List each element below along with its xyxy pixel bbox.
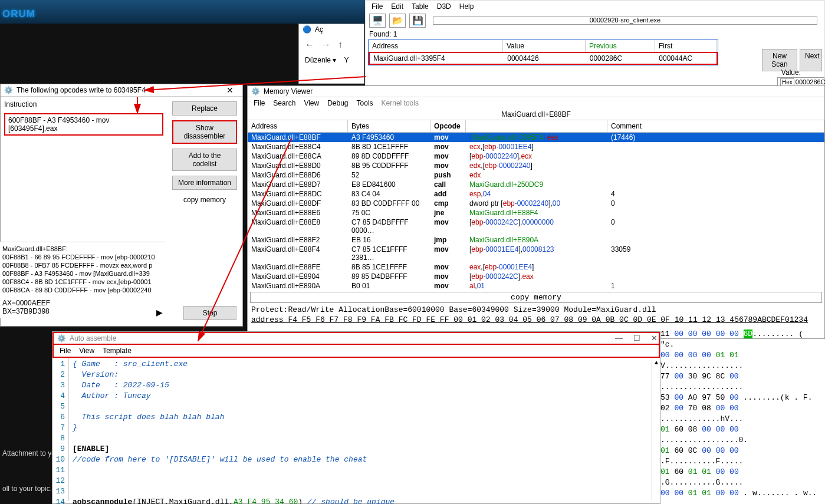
disasm-row[interactable]: MaxiGuard.dll+E88E675 0CjneMaxiGuard.dll… <box>248 208 824 218</box>
menu-file[interactable]: File <box>254 99 265 107</box>
disasm-row[interactable]: MaxiGuard.dll+E88FE8B 85 1CE1FFFFmoveax,… <box>248 262 824 272</box>
disasm-row[interactable]: MaxiGuard.dll+E88D652pushedx <box>248 170 824 180</box>
chrome-title: Aç <box>315 25 360 34</box>
replace-button[interactable]: Replace <box>172 101 237 116</box>
disasm-row[interactable]: MaxiGuard.dll+E88BFA3 F4953460mov[MaxiGu… <box>248 133 824 142</box>
memory-info: Protect:Read/Write AllocationBase=600100… <box>248 304 824 315</box>
col-bytes[interactable]: Bytes <box>348 120 430 132</box>
menu-view[interactable]: View <box>304 99 319 107</box>
menu-template[interactable]: Template <box>103 347 132 355</box>
select-process-icon[interactable]: 🖥️ <box>369 14 386 28</box>
menu-kernel[interactable]: Kernel tools <box>382 99 419 107</box>
save-icon[interactable]: 💾 <box>409 14 426 28</box>
menu-view[interactable]: View <box>79 347 94 355</box>
disasm-row[interactable]: MaxiGuard.dll+E88D7E8 ED841600callMaxiGu… <box>248 180 824 189</box>
memory-viewer-title: Memory Viewer <box>264 87 821 95</box>
disasm-row[interactable]: MaxiGuard.dll+E88D08B 95 C0DDFFFFmovedx,… <box>248 161 824 170</box>
memory-viewer-window: ⚙️ Memory Viewer File Search View Debug … <box>247 85 825 339</box>
chrome-icon: 🔵 <box>303 25 311 34</box>
disasm-row[interactable]: MaxiGuard.dll+E88DF83 BD C0DDFFFF 00cmpd… <box>248 199 824 208</box>
chevron-right-icon[interactable]: ▶ <box>156 308 163 317</box>
reg-eax: AX=0000AEEF <box>2 299 163 307</box>
col-previous[interactable]: Previous <box>586 40 655 52</box>
stop-button[interactable]: Stop <box>183 306 236 320</box>
scan-result-table: Address Value Previous First MaxiGuard.d… <box>368 39 718 65</box>
debug-dump: MaxiGuard.dll+E88BF: 00F88B1 - 66 89 95 … <box>0 242 165 318</box>
minimize-icon[interactable]: — <box>615 334 623 342</box>
menu-help[interactable]: Help <box>459 2 474 11</box>
disasm-row[interactable]: MaxiGuard.dll+E890489 85 D4DBFFFFmov[ebp… <box>248 272 824 281</box>
ce-window-icon: ⚙️ <box>4 86 13 94</box>
dump-line: 00F88CA - 89 8D C0DDFFFF - mov [ebp-0000… <box>2 286 163 294</box>
scan-result-row[interactable]: MaxiGuard.dll+3395F4 00004426 0000286C 0… <box>369 52 718 65</box>
auto-assemble-title: Auto assemble <box>70 334 588 342</box>
col-address[interactable]: Address <box>369 40 503 52</box>
open-file-icon[interactable]: 📂 <box>389 14 406 28</box>
col-operands <box>466 120 607 132</box>
forum-text-attach: Attachment to you <box>2 449 60 457</box>
disasm-banner: MaxiGuard.dll+E88BF <box>248 109 824 120</box>
disasm-row[interactable]: MaxiGuard.dll+E88C48B 8D 1CE1FFFFmovecx,… <box>248 142 824 151</box>
instruction-header: Instruction <box>4 100 163 111</box>
disasm-row[interactable]: MaxiGuard.dll+E88F4C7 85 1CE1FFFF 2381…m… <box>248 245 824 262</box>
close-icon[interactable]: ✕ <box>221 85 239 95</box>
forum-logo: ORUM <box>2 8 35 20</box>
col-value[interactable]: Value <box>503 40 586 52</box>
hex-grid[interactable]: 11 00 00 00 00 00 6D......... ( "c.00 00… <box>657 329 822 504</box>
nav-fwd-icon[interactable]: → <box>321 39 331 50</box>
cell-first: 000044AC <box>655 53 716 64</box>
menu-d3d[interactable]: D3D <box>437 2 451 11</box>
copy-memory-label: copy memory <box>183 193 226 204</box>
found-count: Found: 1 <box>366 29 824 39</box>
menu-file[interactable]: File <box>60 347 71 355</box>
disasm-row[interactable]: MaxiGuard.dll+E88CA89 8D C0DDFFFFmov[ebp… <box>248 151 824 161</box>
disasm-row[interactable]: MaxiGuard.dll+E88E8C7 85 D4DBFFFF 0000…m… <box>248 218 824 235</box>
menu-tools[interactable]: Tools <box>357 99 373 107</box>
scrollbar[interactable]: ▴ <box>652 358 660 501</box>
dump-line: 00F88B8 - 0FB7 85 FCDEFFFF - movzx eax,w… <box>2 261 163 269</box>
chrome-open-dialog: 🔵 Aç ← → ↑ Düzenle ▾ Y <box>298 24 364 84</box>
cell-value: 00004426 <box>504 53 586 64</box>
nav-back-icon[interactable]: ← <box>305 39 314 50</box>
dump-line: 00F88C4 - 8B 8D 1CE1FFFF - mov ecx,[ebp-… <box>2 278 163 286</box>
show-disassembler-button[interactable]: Show disassembler <box>172 120 237 144</box>
col-opcode[interactable]: Opcode <box>430 120 466 132</box>
menu-file[interactable]: File <box>372 2 383 11</box>
code-editor[interactable]: { Game : sro_client.exe Version: Date : … <box>69 358 652 501</box>
ce-menubar: File Edit Table D3D Help <box>366 1 824 12</box>
instruction-line[interactable]: 600F88BF - A3 F4953460 - mov [603495F4],… <box>4 113 163 136</box>
auto-assemble-window: ⚙️ Auto assemble — ☐ ✕ File View Templat… <box>52 331 660 504</box>
reg-ebx: BX=37B9D398 <box>2 307 163 315</box>
memv-menubar: File Search View Debug Tools Kernel tool… <box>248 97 824 109</box>
nav-up-icon[interactable]: ↑ <box>338 39 343 50</box>
next-scan-button[interactable]: Next <box>800 49 822 71</box>
disasm-row[interactable]: MaxiGuard.dll+E890AB0 01moval,011 <box>248 281 824 291</box>
close-icon[interactable]: ✕ <box>651 334 658 342</box>
menu-edit[interactable]: Edit <box>391 2 403 11</box>
ce-window-icon: ⚙️ <box>251 87 260 95</box>
ce-window-icon: ⚙️ <box>57 334 66 342</box>
disasm-row[interactable]: MaxiGuard.dll+E88DC83 C4 04addesp,044 <box>248 189 824 199</box>
menu-table[interactable]: Table <box>412 2 429 11</box>
menu-debug[interactable]: Debug <box>327 99 348 107</box>
hex-header: address F4 F5 F6 F7 F8 F9 FA FB FC FD FE… <box>248 315 824 324</box>
add-codelist-button[interactable]: Add to the codelist <box>172 149 237 171</box>
y-menu[interactable]: Y <box>344 56 349 64</box>
disasm-rows: MaxiGuard.dll+E88BFA3 F4953460mov[MaxiGu… <box>248 133 824 291</box>
more-info-button[interactable]: More information <box>172 176 237 190</box>
col-first[interactable]: First <box>655 40 716 52</box>
copy-memory-bar[interactable]: copy memory <box>250 292 822 303</box>
col-comment[interactable]: Comment <box>607 120 824 132</box>
maximize-icon[interactable]: ☐ <box>633 334 640 342</box>
col-address[interactable]: Address <box>248 120 348 132</box>
forum-text-topic: oll to your topic. <box>2 485 52 493</box>
duzenle-menu[interactable]: Düzenle ▾ <box>305 56 336 64</box>
process-bar: 00002920-sro_client.exe <box>433 17 817 25</box>
dump-line: MaxiGuard.dll+E88BF: <box>2 245 163 253</box>
disasm-row[interactable]: MaxiGuard.dll+E88F2EB 16jmpMaxiGuard.dll… <box>248 235 824 245</box>
line-gutter: 1 2 3 4 5 6 7 8 9 10 11 12 13 14 <box>52 358 69 501</box>
dump-line: 00F88BF - A3 F4953460 - mov [MaxiGuard.d… <box>2 269 163 278</box>
cell-prev: 0000286C <box>586 53 656 64</box>
value-label: Value: <box>781 68 801 77</box>
menu-search[interactable]: Search <box>273 99 295 107</box>
